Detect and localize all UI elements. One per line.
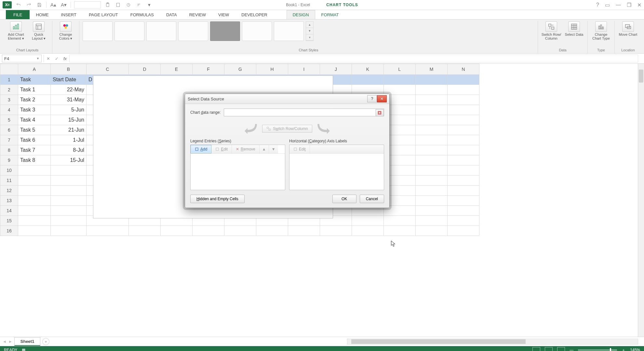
cell[interactable]: [256, 226, 288, 236]
cell[interactable]: 1-Jul: [51, 135, 87, 145]
zoom-slider[interactable]: [578, 349, 617, 351]
row-header[interactable]: 12: [0, 186, 18, 196]
qat-new-button[interactable]: [114, 1, 122, 8]
cell[interactable]: [51, 226, 87, 236]
cell[interactable]: [448, 176, 479, 186]
cell[interactable]: Task 2: [18, 95, 51, 105]
cell[interactable]: [51, 176, 87, 186]
qat-sort-button[interactable]: [135, 1, 142, 8]
change-chart-type-button[interactable]: Change Chart Type: [591, 21, 611, 40]
save-button[interactable]: [36, 1, 43, 8]
column-header[interactable]: I: [288, 64, 320, 75]
cell[interactable]: [384, 85, 416, 95]
cell[interactable]: [448, 165, 479, 176]
dialog-help-button[interactable]: ?: [367, 95, 377, 102]
cell[interactable]: [87, 226, 129, 236]
cell[interactable]: [416, 85, 448, 95]
column-header[interactable]: F: [193, 64, 224, 75]
row-header[interactable]: 6: [0, 125, 18, 135]
cell[interactable]: Task 4: [18, 115, 51, 125]
cell[interactable]: [18, 226, 51, 236]
select-data-button[interactable]: Select Data: [564, 21, 584, 36]
series-add-button[interactable]: Add: [191, 145, 211, 153]
cell[interactable]: 31-May: [51, 95, 87, 105]
change-colors-button[interactable]: Change Colors ▾: [56, 21, 76, 40]
insert-function-button[interactable]: fx: [61, 55, 69, 62]
cell[interactable]: [384, 226, 416, 236]
row-header[interactable]: 13: [0, 196, 18, 206]
cell[interactable]: [416, 135, 448, 145]
row-header[interactable]: 16: [0, 226, 18, 236]
cell[interactable]: [416, 95, 448, 105]
qat-more-button[interactable]: ▾: [146, 1, 153, 8]
zoom-out-button[interactable]: —: [570, 348, 573, 351]
row-header[interactable]: 11: [0, 176, 18, 186]
cell[interactable]: [416, 186, 448, 196]
redo-button[interactable]: [25, 1, 33, 8]
row-header[interactable]: 5: [0, 115, 18, 125]
cell[interactable]: [416, 115, 448, 125]
add-sheet-button[interactable]: ＋: [42, 338, 49, 345]
cell[interactable]: [129, 226, 161, 236]
cell[interactable]: [448, 206, 479, 216]
zoom-level[interactable]: 145%: [630, 348, 640, 351]
font-selector[interactable]: [74, 1, 101, 8]
horizontal-scrollbar[interactable]: [347, 339, 638, 344]
tab-file[interactable]: FILE: [6, 10, 30, 19]
row-header[interactable]: 8: [0, 145, 18, 155]
cell[interactable]: [161, 226, 193, 236]
cell[interactable]: [416, 196, 448, 206]
qat-print-button[interactable]: [125, 1, 132, 8]
cell[interactable]: [416, 125, 448, 135]
cell[interactable]: [51, 165, 87, 176]
tab-design[interactable]: DESIGN: [287, 10, 315, 19]
column-header[interactable]: B: [51, 64, 87, 75]
cell[interactable]: [448, 105, 479, 115]
row-header[interactable]: 7: [0, 135, 18, 145]
cell[interactable]: [448, 85, 479, 95]
view-page-layout-button[interactable]: [545, 347, 553, 351]
ribbon-options-button[interactable]: ▭: [605, 2, 610, 8]
macro-record-icon[interactable]: ▦: [22, 348, 25, 351]
cell[interactable]: 22-May: [51, 85, 87, 95]
cell[interactable]: [448, 186, 479, 196]
cell[interactable]: [448, 145, 479, 155]
cell[interactable]: [352, 75, 384, 85]
column-header[interactable]: M: [416, 64, 448, 75]
tab-data[interactable]: DATA: [160, 10, 183, 19]
select-all-corner[interactable]: [0, 64, 18, 75]
cell[interactable]: [224, 226, 256, 236]
tab-developer[interactable]: DEVELOPER: [235, 10, 273, 19]
font-decrease-button[interactable]: A▾: [60, 1, 67, 8]
cell[interactable]: [448, 155, 479, 165]
cell[interactable]: [416, 145, 448, 155]
cell[interactable]: 15-Jun: [51, 115, 87, 125]
tab-review[interactable]: REVIEW: [183, 10, 212, 19]
cell[interactable]: [352, 226, 384, 236]
cell[interactable]: 21-Jun: [51, 125, 87, 135]
cell[interactable]: [416, 155, 448, 165]
restore-button[interactable]: ❐: [627, 2, 631, 8]
cell[interactable]: [51, 186, 87, 196]
cell[interactable]: [448, 125, 479, 135]
cell[interactable]: [193, 226, 224, 236]
cell[interactable]: Task 5: [18, 125, 51, 135]
column-header[interactable]: L: [384, 64, 416, 75]
cell[interactable]: [416, 216, 448, 226]
cell[interactable]: [448, 115, 479, 125]
dialog-close-button[interactable]: ✕: [377, 95, 387, 102]
row-header[interactable]: 10: [0, 165, 18, 176]
cell[interactable]: Task 3: [18, 105, 51, 115]
cell[interactable]: [448, 95, 479, 105]
range-picker-button[interactable]: [376, 109, 383, 116]
cell[interactable]: [352, 216, 384, 226]
column-header[interactable]: K: [352, 64, 384, 75]
column-header[interactable]: C: [87, 64, 129, 75]
ok-button[interactable]: OK: [332, 195, 356, 203]
cell[interactable]: [416, 105, 448, 115]
qat-paste-button[interactable]: [104, 1, 111, 8]
row-header[interactable]: 4: [0, 105, 18, 115]
legend-entries-list[interactable]: Add Edit ✕Remove ▲ ▼: [190, 145, 285, 190]
cell[interactable]: Task 1: [18, 85, 51, 95]
cell[interactable]: [18, 196, 51, 206]
